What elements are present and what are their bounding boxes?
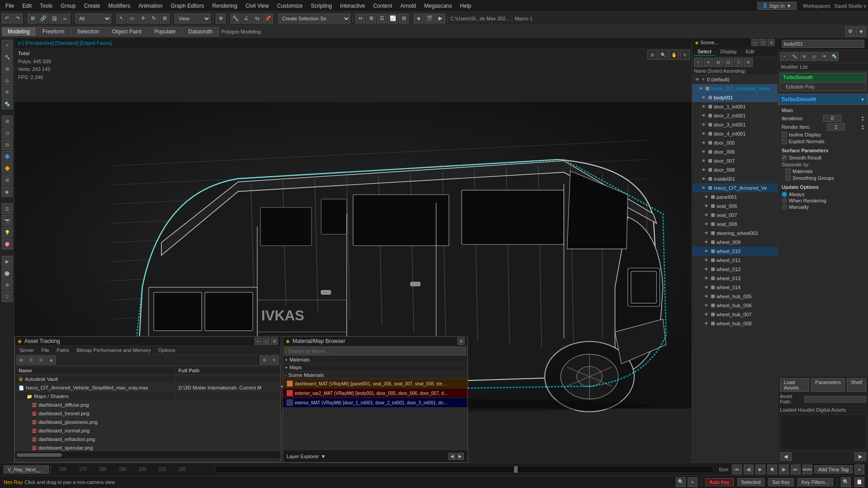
curve-editor-btn[interactable]: 📈 bbox=[388, 14, 398, 23]
asset-menu-file[interactable]: File bbox=[38, 347, 52, 353]
selection-set[interactable]: Create Selection Se bbox=[278, 14, 350, 23]
manually-radio[interactable]: Manually bbox=[782, 204, 864, 210]
eye-icon[interactable]: 👁 bbox=[703, 275, 709, 282]
utilities-tab[interactable]: 🔩 bbox=[2, 99, 13, 109]
set-key-btn[interactable]: Set Key bbox=[768, 478, 794, 486]
material-section-materials[interactable]: + Materials bbox=[283, 356, 467, 364]
asset-refresh-btn[interactable]: ↻ bbox=[270, 356, 279, 365]
mirror-btn[interactable]: ⇔ bbox=[355, 14, 365, 23]
zoom-extents-btn[interactable]: ⊞ bbox=[647, 50, 657, 60]
subtab-modeling[interactable]: Modeling bbox=[2, 27, 36, 36]
mat-interior[interactable]: interior_MAT (VRayMtl) [door_1_int001, d… bbox=[283, 398, 467, 408]
scene-item-wheel012[interactable]: 👁 wheel_012 bbox=[692, 265, 778, 274]
menu-item-rendering[interactable]: Rendering bbox=[209, 2, 241, 10]
always-radio[interactable]: Always bbox=[782, 192, 864, 197]
next-keyframe-btn[interactable]: |▶ bbox=[779, 465, 789, 474]
eye-icon[interactable]: 👁 bbox=[703, 230, 709, 236]
vray-label[interactable]: V_Ray_Next__ bbox=[4, 465, 49, 474]
scene-create-btn[interactable]: + bbox=[694, 58, 703, 67]
eye-icon[interactable]: 👁 bbox=[703, 293, 709, 300]
viewport-tool13[interactable]: ⬤ bbox=[2, 267, 13, 278]
modify-tab[interactable]: 🔧 bbox=[2, 52, 13, 62]
eye-icon[interactable]: 👁 bbox=[703, 302, 709, 309]
eye-icon[interactable]: 👁 bbox=[700, 176, 707, 182]
subtab-populate[interactable]: Populate bbox=[148, 27, 181, 36]
eye-icon[interactable]: 👁 bbox=[700, 149, 707, 155]
display-tab[interactable]: 👁 bbox=[2, 87, 13, 98]
menu-item-modifiers[interactable]: Modifiers bbox=[104, 2, 134, 10]
motion-panel-icon[interactable]: ◎ bbox=[810, 52, 819, 61]
eye-icon[interactable]: 👁 bbox=[703, 239, 709, 245]
material-section-scene[interactable]: - Scene Materials bbox=[283, 371, 467, 379]
eye-icon[interactable]: 👁 bbox=[703, 266, 709, 272]
menu-item-animation[interactable]: Animation bbox=[135, 2, 166, 10]
eye-icon[interactable]: 👁 bbox=[703, 221, 709, 227]
zoom-btn[interactable]: 🔍 bbox=[658, 50, 668, 60]
asset-settings-btn[interactable]: ⚙ bbox=[260, 356, 269, 365]
asset-maps-row[interactable]: 📁Maps / Shaders bbox=[16, 393, 280, 400]
viewport-tool3[interactable]: ⊟ bbox=[2, 139, 13, 150]
scene-maximize-btn[interactable]: □ bbox=[760, 39, 767, 46]
viewport-tool11[interactable]: 🎯 bbox=[2, 239, 13, 249]
scene-item-wheelhub007[interactable]: 👁 wheel_hub_007 bbox=[692, 310, 778, 319]
reference-coord[interactable]: View bbox=[175, 14, 211, 23]
scene-item-seat006[interactable]: 👁 seat_006 bbox=[692, 202, 778, 211]
asset-hscrollbar[interactable] bbox=[15, 451, 281, 458]
subtab-object-paint[interactable]: Object Paint bbox=[106, 27, 147, 36]
render-scene-btn[interactable]: 🎬 bbox=[425, 14, 434, 23]
parameters-btn[interactable]: Parameters bbox=[811, 378, 845, 392]
scene-item-wheelhub005[interactable]: 👁 wheel_hub_005 bbox=[692, 292, 778, 301]
add-time-tag-btn[interactable]: Add Time Tag bbox=[814, 465, 853, 474]
scene-item-inside001[interactable]: 👁 inside001 bbox=[692, 174, 778, 183]
smooth-result-check[interactable]: Smooth Result bbox=[782, 155, 864, 160]
viewport-tool8[interactable]: ☰ bbox=[2, 203, 13, 214]
mat-exterior[interactable]: exterior_var2_MAT (VRayMtl) [body001, do… bbox=[283, 389, 467, 398]
auto-key-btn[interactable]: Auto Key bbox=[705, 478, 734, 486]
layer-explorer-dropdown[interactable]: ▼ bbox=[321, 454, 326, 459]
turbosmooth-collapse-icon[interactable]: ▼ bbox=[860, 97, 865, 102]
scene-delete-btn[interactable]: ✕ bbox=[704, 58, 713, 67]
menu-item-content[interactable]: Content bbox=[369, 2, 396, 10]
modify-panel-icon[interactable]: 🔧 bbox=[790, 52, 799, 61]
asset-ctrl1[interactable]: ⊞ bbox=[17, 356, 26, 365]
manually-radio-btn[interactable] bbox=[782, 204, 787, 210]
menu-item-megascans[interactable]: Megascans bbox=[420, 2, 455, 10]
scene-item-iveco[interactable]: 👁 Iveco_CIT_Armored_Vehic bbox=[692, 84, 778, 93]
mat-dashboard[interactable]: dashboard_MAT (VRayMtl) [panel001, seat_… bbox=[283, 379, 467, 389]
eye-icon[interactable]: 👁 bbox=[700, 113, 707, 119]
eye-icon-body001[interactable]: 👁 bbox=[700, 94, 707, 101]
viewport-tool14[interactable]: ⊕ bbox=[2, 279, 13, 290]
scene-item-wheel014[interactable]: 👁 wheel_014 bbox=[692, 283, 778, 292]
viewport-tool7[interactable]: ◉ bbox=[2, 186, 13, 197]
search-icon-btn[interactable]: 🔍 bbox=[841, 477, 851, 487]
scene-item-wheelhub008[interactable]: 👁 wheel_hub_008 bbox=[692, 319, 778, 328]
eye-icon[interactable]: 👁 bbox=[700, 185, 707, 191]
create-panel-icon[interactable]: + bbox=[780, 52, 789, 61]
asset-menu-paths[interactable]: Paths bbox=[54, 347, 72, 353]
orbit-btn[interactable]: ↻ bbox=[680, 50, 690, 60]
menu-item-scripting[interactable]: Scripting bbox=[307, 2, 335, 10]
scene-edit-tab[interactable]: Edit bbox=[742, 48, 758, 56]
asset-normal-row[interactable]: 🖼dashboard_normal.png bbox=[16, 427, 280, 435]
timeline-thumb[interactable] bbox=[514, 466, 518, 473]
scene-settings-btn[interactable]: ⚙ bbox=[744, 58, 753, 67]
scene-item-wheel009[interactable]: 👁 wheel_009 bbox=[692, 238, 778, 247]
iterations-input[interactable]: 0 bbox=[823, 115, 841, 122]
asset-table-container[interactable]: Name Full Path 🏛Autodesk Vault 📄Iveco_CI… bbox=[15, 366, 281, 451]
asset-specular-row[interactable]: 🖼dashboard_specular.png bbox=[16, 444, 280, 451]
isoline-display-check[interactable]: Isoline Display bbox=[782, 132, 864, 137]
path-column-header[interactable]: Full Path bbox=[176, 367, 280, 375]
material-section-maps[interactable]: + Maps bbox=[283, 364, 467, 371]
select-btn[interactable]: ↖ bbox=[116, 14, 126, 23]
filter-icon[interactable]: ▽ bbox=[2, 291, 13, 302]
scene-minimize-btn[interactable]: ─ bbox=[751, 39, 759, 46]
layer-scroll-right[interactable]: ▶ bbox=[457, 453, 464, 460]
scene-item-wheel010[interactable]: 👁 wheel_010 bbox=[692, 247, 778, 256]
end-btn[interactable]: ⏭⏭ bbox=[802, 465, 812, 474]
when-rendering-radio-btn[interactable] bbox=[782, 198, 787, 203]
scene-item-door4int001[interactable]: 👁 door_4_int001 bbox=[692, 129, 778, 138]
create-tab[interactable]: + bbox=[2, 40, 13, 51]
pct-snap[interactable]: % bbox=[252, 14, 262, 23]
name-column-header[interactable]: Name bbox=[16, 367, 175, 375]
asset-minimize-btn[interactable]: ─ bbox=[255, 338, 262, 345]
